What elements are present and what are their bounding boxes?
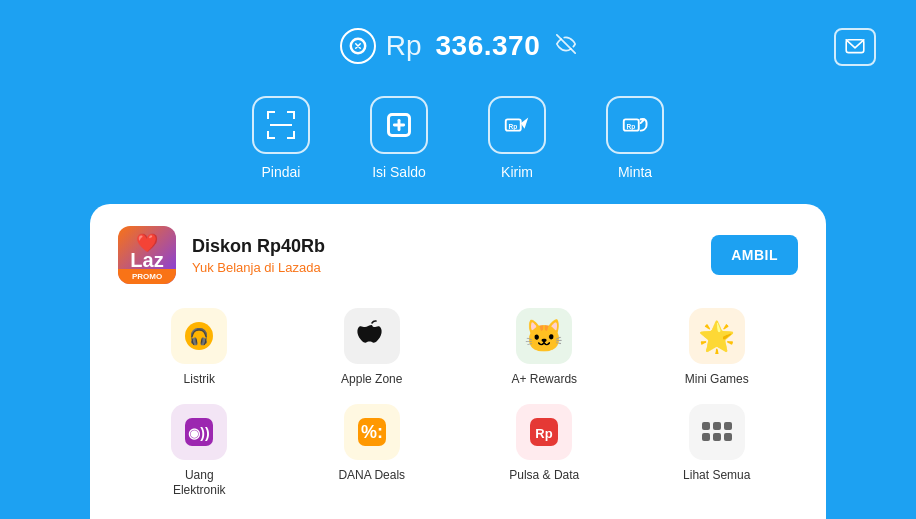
service-mini-games[interactable]: 🌟 Mini Games bbox=[636, 308, 799, 388]
apple-zone-icon bbox=[344, 308, 400, 364]
apple-zone-label: Apple Zone bbox=[341, 372, 402, 388]
main-card: Laz PROMO ❤️ Diskon Rp40Rb Yuk Belanja d… bbox=[90, 204, 826, 519]
mini-games-label: Mini Games bbox=[685, 372, 749, 388]
balance-currency: Rp bbox=[386, 30, 422, 62]
uang-elektronik-icon: ◉)) bbox=[171, 404, 227, 460]
a-rewards-label: A+ Rewards bbox=[511, 372, 577, 388]
svg-text:🎧: 🎧 bbox=[189, 327, 209, 346]
promo-logo-badge: PROMO bbox=[118, 269, 176, 284]
promo-button[interactable]: AMBIL bbox=[711, 235, 798, 275]
action-isi-saldo-label: Isi Saldo bbox=[372, 164, 426, 180]
header: Rp 336.370 bbox=[0, 0, 916, 80]
action-pindai-label: Pindai bbox=[262, 164, 301, 180]
lihat-semua-icon bbox=[689, 404, 745, 460]
promo-logo: Laz PROMO ❤️ bbox=[118, 226, 176, 284]
dots-grid-icon bbox=[702, 422, 732, 441]
message-button[interactable] bbox=[834, 28, 876, 66]
service-lihat-semua[interactable]: Lihat Semua bbox=[636, 404, 799, 499]
promo-info: Diskon Rp40Rb Yuk Belanja di Lazada bbox=[192, 236, 695, 275]
dana-deals-icon: %: bbox=[344, 404, 400, 460]
services-grid: 🎧 Listrik Apple Zone 🐱 A+ Rewards bbox=[118, 308, 798, 499]
action-kirim[interactable]: Rp Kirim bbox=[488, 96, 546, 180]
wallet-icon bbox=[340, 28, 376, 64]
a-rewards-icon: 🐱 bbox=[516, 308, 572, 364]
kirim-icon-box: Rp bbox=[488, 96, 546, 154]
listrik-icon: 🎧 bbox=[171, 308, 227, 364]
pindai-icon-box bbox=[252, 96, 310, 154]
minta-icon-box: Rp bbox=[606, 96, 664, 154]
lihat-semua-label: Lihat Semua bbox=[683, 468, 750, 484]
balance-amount: 336.370 bbox=[436, 30, 541, 62]
service-listrik[interactable]: 🎧 Listrik bbox=[118, 308, 281, 388]
promo-subtitle: Yuk Belanja di Lazada bbox=[192, 260, 695, 275]
action-minta-label: Minta bbox=[618, 164, 652, 180]
svg-text:Rp: Rp bbox=[627, 123, 636, 131]
quick-actions: Pindai Isi Saldo Rp Kirim bbox=[0, 80, 916, 204]
dana-deals-label: DANA Deals bbox=[338, 468, 405, 484]
service-a-rewards[interactable]: 🐱 A+ Rewards bbox=[463, 308, 626, 388]
service-pulsa-data[interactable]: Rp Pulsa & Data bbox=[463, 404, 626, 499]
scan-icon bbox=[267, 111, 295, 139]
uang-elektronik-label: Uang Elektronik bbox=[173, 468, 226, 499]
service-apple-zone[interactable]: Apple Zone bbox=[291, 308, 454, 388]
action-isi-saldo[interactable]: Isi Saldo bbox=[370, 96, 428, 180]
service-uang-elektronik[interactable]: ◉)) Uang Elektronik bbox=[118, 404, 281, 499]
promo-banner: Laz PROMO ❤️ Diskon Rp40Rb Yuk Belanja d… bbox=[118, 226, 798, 284]
isi-saldo-icon-box bbox=[370, 96, 428, 154]
promo-title: Diskon Rp40Rb bbox=[192, 236, 695, 257]
pulsa-data-icon: Rp bbox=[516, 404, 572, 460]
svg-text:◉)): ◉)) bbox=[189, 425, 210, 441]
service-dana-deals[interactable]: %: DANA Deals bbox=[291, 404, 454, 499]
mini-games-icon: 🌟 bbox=[689, 308, 745, 364]
balance-container: Rp 336.370 bbox=[340, 28, 577, 64]
pulsa-data-label: Pulsa & Data bbox=[509, 468, 579, 484]
svg-text:%:: %: bbox=[361, 422, 383, 442]
listrik-label: Listrik bbox=[184, 372, 215, 388]
action-pindai[interactable]: Pindai bbox=[252, 96, 310, 180]
action-kirim-label: Kirim bbox=[501, 164, 533, 180]
action-minta[interactable]: Rp Minta bbox=[606, 96, 664, 180]
hide-balance-icon[interactable] bbox=[556, 34, 576, 59]
svg-text:Rp: Rp bbox=[536, 426, 553, 441]
svg-text:Rp: Rp bbox=[509, 123, 518, 131]
